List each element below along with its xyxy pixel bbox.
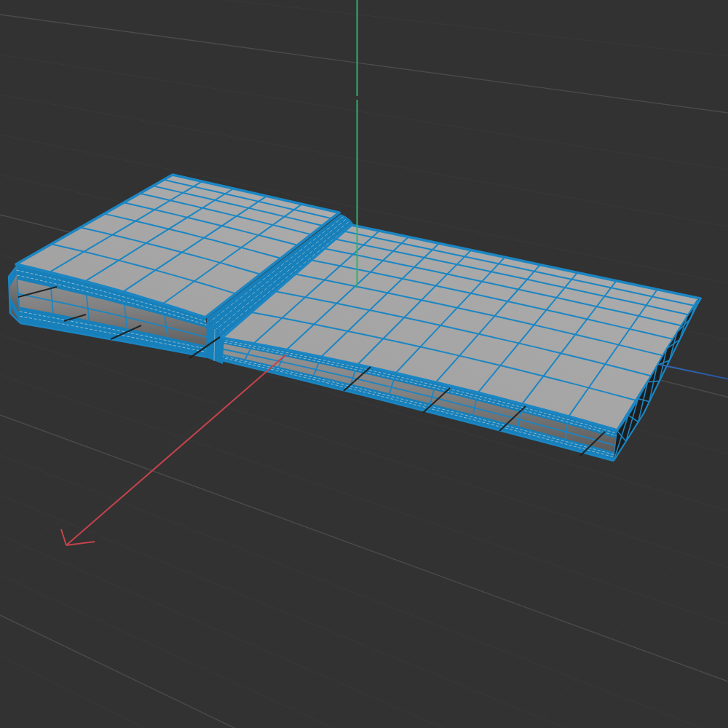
scene-svg (0, 0, 728, 728)
viewport-3d[interactable] (0, 0, 728, 728)
